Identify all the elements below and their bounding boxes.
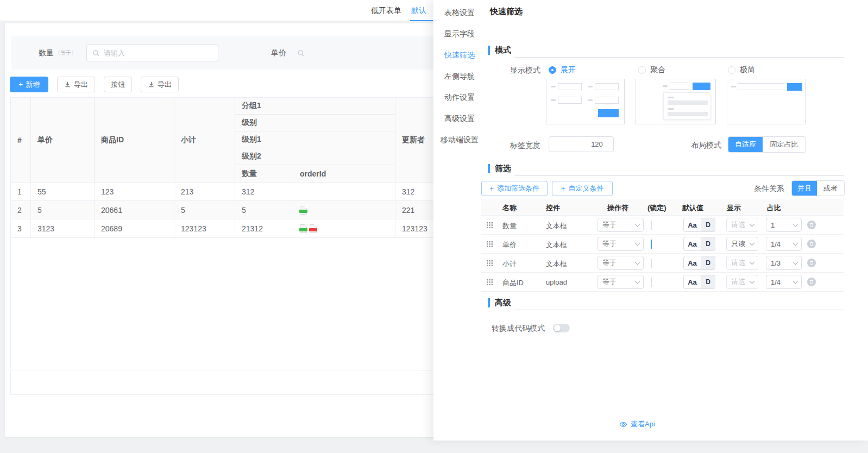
section-divider [514,310,844,310]
ratio-select[interactable]: 1/4 [766,275,802,289]
label-width-input[interactable] [549,137,614,152]
condition-row: 商品ID upload 等于 Aa D 请选 1/4 [481,273,844,292]
radio-icon [549,66,556,74]
relation-and-button[interactable]: 并且 [792,181,817,196]
header-display: 显示 [727,203,741,213]
view-api-link[interactable]: 查看Api [619,419,655,429]
nav-table-settings[interactable]: 表格设置 [433,7,486,18]
nav-mobile-settings[interactable]: 移动端设置 [433,134,486,145]
delete-condition-icon[interactable] [807,259,816,269]
condition-widget: 文本框 [546,221,567,231]
display-select[interactable]: 只读 [726,237,758,251]
default-dynamic-button[interactable]: D [701,218,715,232]
default-dynamic-button[interactable]: D [701,256,715,270]
display-select[interactable]: 请选 [726,218,758,232]
delete-condition-icon[interactable] [807,240,816,250]
ratio-select[interactable]: 1/4 [766,237,802,251]
delete-condition-icon[interactable] [807,221,816,231]
app-root: { "colors": { "primary": "#409eff", "hea… [0,0,868,453]
default-text-button[interactable]: Aa [683,237,701,251]
radio-mode-minimal[interactable]: 极简 [728,65,755,75]
locked-checkbox[interactable] [651,259,652,268]
nav-quick-filter[interactable]: 快速筛选 [433,49,486,60]
section-mode: 模式 [488,45,844,56]
drag-handle-icon[interactable] [486,260,493,267]
chevron-down-icon [793,222,798,227]
download-icon [148,81,155,88]
radio-mode-aggregate[interactable]: 聚合 [638,65,665,75]
tab-default[interactable]: 默认 [411,0,426,21]
custom-condition-button[interactable]: 自定义条件 [552,181,613,196]
display-mode-label: 显示模式 [488,66,540,76]
default-text-button[interactable]: Aa [683,256,701,270]
col-level2: 级别2 [235,148,395,165]
tab-form[interactable]: 低开表单 [371,0,401,21]
col-order-id: orderId [293,165,395,182]
operator-select[interactable]: 等于 [597,275,644,289]
mode-preview-aggregate[interactable] [636,79,716,124]
quantity-input[interactable] [104,49,212,57]
mode-preview-expand[interactable] [546,79,625,124]
xlsx-file-icon[interactable] [300,206,307,215]
nav-left-navigation[interactable]: 左侧导航 [433,71,486,81]
delete-condition-icon[interactable] [807,278,816,288]
col-product-id: 商品ID [95,98,174,182]
default-text-button[interactable]: Aa [683,218,701,232]
condition-row: 小计 文本框 等于 Aa D 请选 1/3 [481,254,844,273]
drag-handle-icon[interactable] [486,241,493,248]
drag-handle-icon[interactable] [486,222,493,229]
layout-fixed-ratio-button[interactable]: 固定占比 [763,137,806,152]
cell-quantity: 21312 [235,219,293,237]
default-dynamic-button[interactable]: D [701,275,715,289]
add-filter-condition-button[interactable]: 添加筛选条件 [481,181,548,196]
ratio-select[interactable]: 1 [766,218,802,232]
locked-checkbox[interactable] [651,240,652,249]
nav-action-settings[interactable]: 动作设置 [433,92,486,103]
mode-preview-minimal[interactable] [727,79,806,124]
xlsx-file-icon[interactable] [300,224,307,233]
layout-adaptive-button[interactable]: 自适应 [728,137,763,152]
chevron-down-icon [793,241,798,246]
add-button-label: 新增 [26,80,40,90]
display-select[interactable]: 请选 [726,256,758,270]
filter-field-quantity-operator: 〈等于〉 [55,49,77,57]
col-level: 级别 [235,115,395,131]
quantity-search-input[interactable] [86,45,218,61]
add-button[interactable]: 新增 [10,77,48,92]
locked-checkbox[interactable] [651,278,652,287]
nav-advanced-settings[interactable]: 高级设置 [433,113,486,124]
nav-display-fields[interactable]: 显示字段 [433,28,486,39]
cell-product-id: 20689 [95,219,174,237]
filter-field-quantity-label: 数量 [39,48,54,58]
operator-select[interactable]: 等于 [597,237,644,251]
section-accent-bar [488,298,490,307]
default-dynamic-button[interactable]: D [701,237,715,251]
locked-checkbox[interactable] [651,221,652,230]
default-value-control: Aa D [683,237,715,251]
chevron-down-icon [635,222,640,227]
condition-row: 单价 文本框 等于 Aa D 只读 1/4 [481,235,844,254]
radio-mode-expand[interactable]: 展开 [549,65,576,75]
operator-select[interactable]: 等于 [597,218,644,232]
drag-handle-icon[interactable] [486,279,493,286]
relation-or-button[interactable]: 或者 [817,181,844,196]
radio-label: 聚合 [650,65,665,75]
pdf-file-icon[interactable] [310,224,317,233]
label-width-stepper[interactable] [549,136,614,152]
chevron-down-icon [750,222,755,227]
display-select[interactable]: 请选 [726,275,758,289]
export-button-1[interactable]: 导出 [57,77,95,92]
generic-button[interactable]: 按钮 [104,77,132,92]
default-text-button[interactable]: Aa [683,275,701,289]
export-button-2[interactable]: 导出 [141,77,179,92]
cell-price: 5 [31,201,95,219]
radio-label: 展开 [561,65,576,75]
drawer-nav: 表格设置 显示字段 快速筛选 左侧导航 动作设置 高级设置 移动端设置 [433,7,486,155]
ratio-select[interactable]: 1/3 [766,256,802,270]
operator-select[interactable]: 等于 [597,256,644,270]
condition-relation-label: 条件关系 [754,184,784,194]
section-accent-bar [488,164,490,173]
label-width-label: 标签宽度 [488,141,540,150]
header-ratio: 占比 [767,203,781,213]
code-mode-toggle[interactable] [553,324,570,332]
